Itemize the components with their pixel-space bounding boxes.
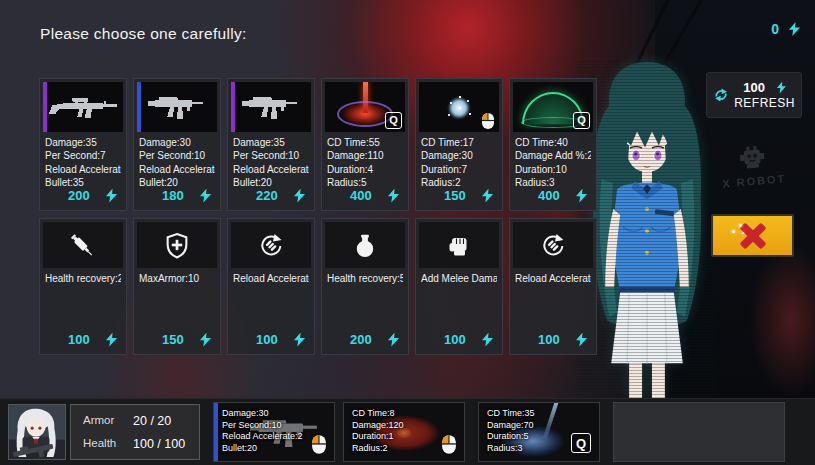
stat-line: Per Second:10: [139, 149, 215, 162]
price-lightning-icon: [106, 189, 117, 203]
stat-line: Damage:30: [421, 149, 497, 162]
stat-line: CD Time:55: [327, 136, 403, 149]
hotkey-q-badge: Q: [385, 112, 402, 129]
item-price: 220: [256, 188, 278, 203]
lightning-currency-icon: [789, 22, 800, 36]
price-lightning-icon: [576, 333, 587, 347]
shop-item-frost-burst-skill[interactable]: CD Time:17 Damage:30 Duration:7 Radius:2…: [415, 78, 503, 211]
shop-item-smg[interactable]: Damage:30 Per Second:10 Reload Accelerat…: [133, 78, 221, 211]
robot-head-icon: [736, 145, 768, 172]
close-button[interactable]: [711, 214, 794, 257]
item-price: 150: [444, 188, 466, 203]
price-row: 400: [510, 188, 596, 203]
armor-label: Armor: [83, 414, 133, 428]
price-row: 200: [40, 188, 126, 203]
item-stats: Add Melee Damage:10: [416, 268, 502, 285]
hotkey-q-badge: Q: [573, 112, 590, 129]
stat-line: CD Time:40: [515, 136, 591, 149]
refresh-button[interactable]: 100 REFRESH: [706, 72, 802, 118]
item-image: [137, 82, 217, 132]
item-price: 400: [538, 188, 560, 203]
armor-row: Armor 20 / 20: [83, 414, 199, 428]
item-stats: MaxArmor:10: [134, 268, 220, 285]
wallet-amount: 0: [771, 21, 779, 37]
bottom-bar: Armor 20 / 20 Health 100 / 100 Damage:30…: [0, 398, 815, 465]
refresh-label: REFRESH: [734, 96, 795, 110]
rarity-stripe: [43, 82, 47, 132]
stat-line: CD Time:8: [352, 408, 460, 420]
stat-line: Damage:30: [222, 408, 330, 420]
empty-equip-slot: [613, 402, 785, 462]
item-price: 200: [68, 188, 90, 203]
price-lightning-icon: [106, 333, 117, 347]
item-price: 180: [162, 188, 184, 203]
rarity-stripe: [214, 403, 218, 461]
price-row: 150: [134, 332, 220, 347]
item-image: Q: [513, 82, 593, 132]
shop-item-assault-rifle[interactable]: Damage:35 Per Second:7 Reload Accelerate…: [39, 78, 127, 211]
price-row: 400: [322, 188, 408, 203]
price-row: 100: [228, 332, 314, 347]
item-image: [43, 82, 123, 132]
stat-line: Reload Accelerate:10: [233, 272, 309, 285]
shop-item-health-potion[interactable]: Health recovery:50 200: [321, 218, 409, 355]
refresh-text: 100 REFRESH: [734, 80, 795, 110]
rarity-stripe: [137, 82, 141, 132]
stat-line: Damage:70: [487, 420, 595, 432]
shop-item-buff-dome-skill[interactable]: Q CD Time:40 Damage Add %:20 Duration:10…: [509, 78, 597, 211]
fist-icon: [446, 232, 472, 259]
price-row: 100: [510, 332, 596, 347]
item-image: [231, 82, 311, 132]
health-value: 100 / 100: [133, 437, 185, 451]
equipped-skill-slot-1: CD Time:8 Damage:120 Duration:1 Radius:2: [343, 402, 465, 462]
item-price: 400: [350, 188, 372, 203]
item-price: 150: [162, 332, 184, 347]
mouse-button-icon: [441, 434, 457, 455]
shop-item-max-armor[interactable]: MaxArmor:10 150: [133, 218, 221, 355]
shop-item-health-injector[interactable]: Health recovery:20 100: [39, 218, 127, 355]
equipped-skill-slot-2: CD Time:35 Damage:70 Duration:5 Radius:3…: [478, 402, 600, 462]
shop-item-laser-strike-skill[interactable]: Q CD Time:55 Damage:110 Duration:4 Radiu…: [321, 78, 409, 211]
shop-item-reload-accelerate[interactable]: Reload Accelerate:10 100: [509, 218, 597, 355]
item-icon-area: [231, 222, 311, 268]
price-lightning-icon: [482, 333, 493, 347]
health-row: Health 100 / 100: [83, 437, 199, 451]
hotkey-q-badge: Q: [571, 433, 591, 453]
refresh-icon: [713, 85, 729, 105]
syringe-icon: [70, 232, 96, 259]
item-stats: Damage:35 Per Second:10 Reload Accelerat…: [228, 132, 314, 190]
smg-icon: [141, 93, 213, 121]
sparkle: [739, 224, 742, 227]
item-icon-area: [137, 222, 217, 268]
armor-value: 20 / 20: [133, 414, 171, 428]
item-image: Q: [325, 82, 405, 132]
price-lightning-icon: [200, 189, 211, 203]
shop-item-smg[interactable]: Damage:35 Per Second:10 Reload Accelerat…: [227, 78, 315, 211]
reload-arrow-icon: [258, 232, 284, 259]
price-row: 220: [228, 188, 314, 203]
stat-line: Reload Accelerate:2: [233, 163, 309, 176]
stat-line: Damage:120: [352, 420, 460, 432]
stat-line: Reload Accelerate:2: [139, 163, 215, 176]
item-stats: Health recovery:50: [322, 268, 408, 285]
stat-line: MaxArmor:10: [139, 272, 215, 285]
stat-line: CD Time:17: [421, 136, 497, 149]
assault-rifle-icon: [47, 93, 119, 121]
stat-line: Reload Accelerate:10: [515, 272, 591, 285]
item-stats: Damage:35 Per Second:7 Reload Accelerate…: [40, 132, 126, 190]
item-stats: CD Time:17 Damage:30 Duration:7 Radius:2: [416, 132, 502, 190]
refresh-cost: 100: [743, 80, 765, 95]
shop-item-reload-accelerate[interactable]: Reload Accelerate:10 100: [227, 218, 315, 355]
price-row: 200: [322, 332, 408, 347]
item-icon-area: [325, 222, 405, 268]
stat-line: Damage:35: [233, 136, 309, 149]
shop-item-melee-damage[interactable]: Add Melee Damage:10 100: [415, 218, 503, 355]
item-icon-area: [43, 222, 123, 268]
player-portrait: [8, 404, 66, 460]
stat-line: Per Second:7: [45, 149, 121, 162]
reload-arrow-icon: [540, 232, 566, 259]
stat-line: Reload Accelerate:2: [45, 163, 121, 176]
potion-flask-icon: [352, 232, 378, 259]
item-icon-area: [419, 222, 499, 268]
stat-line: CD Time:35: [487, 408, 595, 420]
